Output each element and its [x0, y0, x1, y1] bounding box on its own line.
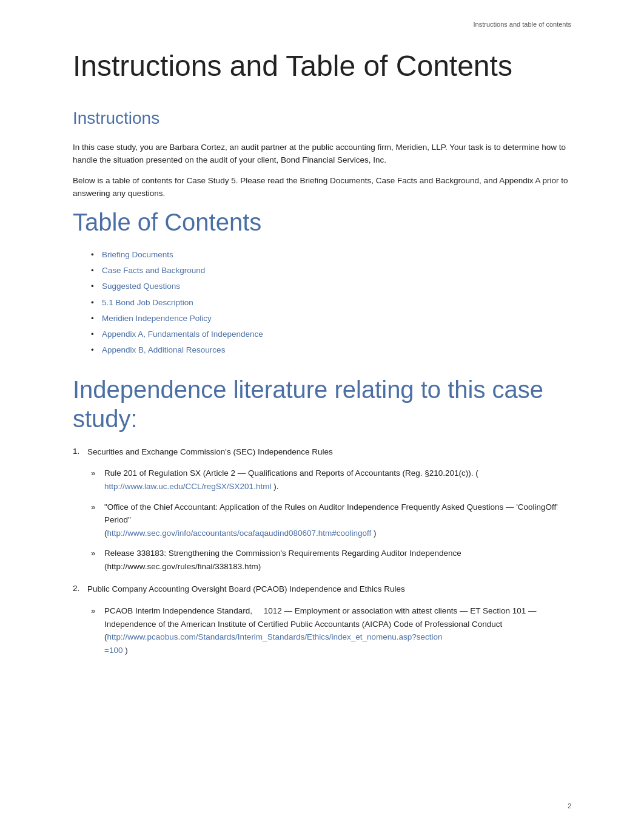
toc-item-briefing[interactable]: Briefing Documents	[91, 249, 571, 261]
num-2: 2.	[73, 583, 87, 595]
toc-heading: Table of Contents	[73, 208, 571, 237]
toc-link-suggested[interactable]: Suggested Questions	[102, 282, 180, 291]
sub-text-2-1: PCAOB Interim Independence Standard, 101…	[104, 604, 571, 657]
toc-item-bond-job[interactable]: 5.1 Bond Job Description	[91, 297, 571, 309]
toc-link-meridien-policy[interactable]: Meridien Independence Policy	[102, 314, 212, 323]
toc-link-appendix-b[interactable]: Appendix B, Additional Resources	[102, 345, 225, 354]
num-1: 1.	[73, 445, 87, 458]
sub-list-2: » PCAOB Interim Independence Standard, 1…	[91, 604, 571, 657]
sub-text-1-2: "Office of the Chief Accountant: Applica…	[104, 501, 571, 540]
link-pcaobus[interactable]: http://www.pcaobus.com/Standards/Interim…	[104, 632, 443, 655]
toc-list: Briefing Documents Case Facts and Backgr…	[91, 249, 571, 357]
toc-item-suggested[interactable]: Suggested Questions	[91, 280, 571, 292]
toc-link-briefing[interactable]: Briefing Documents	[102, 250, 173, 259]
num-text-1: Securities and Exchange Commission's (SE…	[87, 445, 333, 459]
page-number: 2	[568, 801, 571, 811]
numbered-list: 1. Securities and Exchange Commission's …	[73, 445, 571, 657]
sub-item-1-1: » Rule 201 of Regulation SX (Article 2 —…	[91, 467, 571, 493]
toc-item-meridien-policy[interactable]: Meridien Independence Policy	[91, 313, 571, 325]
sub-text-1-3: Release 338183: Strengthening the Commis…	[104, 547, 571, 573]
toc-item-appendix-a[interactable]: Appendix A, Fundamentals of Independence	[91, 328, 571, 340]
toc-link-appendix-a[interactable]: Appendix A, Fundamentals of Independence	[102, 330, 263, 339]
toc-item-case-facts[interactable]: Case Facts and Background	[91, 265, 571, 277]
header-label: Instructions and table of contents	[474, 19, 571, 30]
toc-link-case-facts[interactable]: Case Facts and Background	[102, 266, 205, 275]
instructions-body-1: In this case study, you are Barbara Cort…	[73, 141, 571, 167]
link-sx201[interactable]: http://www.law.uc.edu/CCL/regSX/SX201.ht…	[104, 482, 271, 491]
bullet-raquo-1-1: »	[91, 467, 104, 480]
bullet-raquo-2-1: »	[91, 604, 104, 618]
instructions-body-2: Below is a table of contents for Case St…	[73, 174, 571, 200]
sub-item-1-3: » Release 338183: Strengthening the Comm…	[91, 547, 571, 573]
page-title: Instructions and Table of Contents	[73, 49, 571, 84]
sub-item-2-1: » PCAOB Interim Independence Standard, 1…	[91, 604, 571, 657]
toc-link-bond-job[interactable]: 5.1 Bond Job Description	[102, 298, 193, 307]
numbered-item-2: 2. Public Company Accounting Oversight B…	[73, 583, 571, 657]
sub-text-1-1: Rule 201 of Regulation SX (Article 2 — Q…	[104, 467, 571, 493]
link-coolingoff[interactable]: http://www.sec.gov/info/accountants/ocaf…	[107, 529, 372, 538]
independence-heading: Independence literature relating to this…	[73, 375, 571, 433]
instructions-heading: Instructions	[73, 106, 571, 131]
toc-item-appendix-b[interactable]: Appendix B, Additional Resources	[91, 344, 571, 356]
sub-item-1-2: » "Office of the Chief Accountant: Appli…	[91, 501, 571, 540]
bullet-raquo-1-3: »	[91, 547, 104, 560]
page-container: Instructions and table of contents Instr…	[0, 0, 644, 835]
sub-list-1: » Rule 201 of Regulation SX (Article 2 —…	[91, 467, 571, 573]
numbered-item-1: 1. Securities and Exchange Commission's …	[73, 445, 571, 573]
bullet-raquo-1-2: »	[91, 501, 104, 514]
num-text-2: Public Company Accounting Oversight Boar…	[87, 583, 405, 596]
